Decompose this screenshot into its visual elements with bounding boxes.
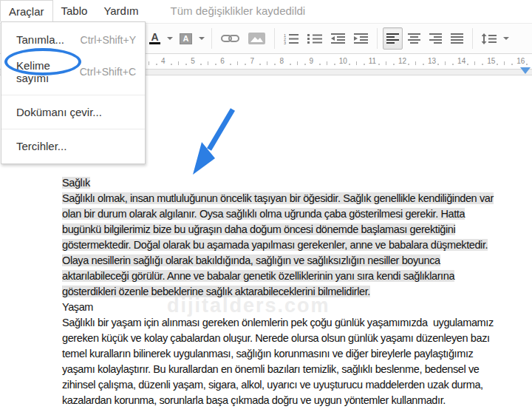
line-spacing-icon [482,33,497,44]
section-heading: Yaşam [62,300,528,315]
highlight-color-icon: A [180,33,192,44]
ruler-dot [349,64,350,65]
ruler-dot [230,64,231,65]
insert-image-button[interactable] [245,27,269,50]
ruler-dot [437,64,439,65]
line-spacing-button[interactable] [478,27,500,50]
menu-item[interactable]: Kelime sayımıCtrl+Shift+C [1,53,145,91]
ruler-number: 5 [191,57,195,65]
menu-bar: AraçlarTabloYardım Tüm değişiklikler kay… [0,0,532,21]
menu-item-shortcut: Ctrl+Shift+C [80,66,136,78]
ruler-number: 16 [516,57,525,65]
ruler-tick [237,61,238,65]
menu-item-shortcut: Ctrl+Shift+Y [81,34,136,46]
toolbar-separator [274,28,275,49]
justify-icon [451,33,463,44]
menubar-item-yardım[interactable]: Yardım [95,0,146,21]
document-text-area[interactable]: SağlıkSağlıklı olmak, insan mutluluğunun… [62,175,528,408]
ruler-dot [215,64,216,65]
text-line: Sağlıklı bir yaşam için alınması gereken… [62,315,528,331]
text-line: gösterdikleri özenle bebeklerine sağlık … [62,284,528,300]
ruler-tick [415,61,416,65]
increase-indent-button[interactable] [350,27,372,50]
decrease-indent-button[interactable] [327,27,349,50]
ruler-tick [445,61,446,65]
arrow-annotation [180,104,248,184]
svg-text:3: 3 [284,41,286,44]
numbered-list-button[interactable]: 1 2 3 [280,27,302,50]
line-text: Sağlıklı bir yaşam için alınması gereken… [62,317,494,328]
ruler-dot [156,64,157,65]
ruler-number: 12 [398,57,406,65]
heading-text: Yaşam [62,301,93,313]
text-line: olan bir durum olarak algılanır. Oysa sa… [62,206,528,222]
ruler-tick [474,61,475,65]
text-color-swatch [149,42,160,44]
text-line: göstermektedir. Doğal olarak bu aşamada … [62,237,528,253]
highlight-color-button[interactable]: A [176,27,196,50]
bulleted-list-button[interactable] [304,27,326,50]
toolbar-separator [472,28,473,49]
menubar-item-araçlar[interactable]: Araçlar [0,0,53,21]
menu-separator [1,95,145,95]
ruler-tick [504,61,505,65]
align-right-button[interactable] [426,27,446,50]
align-center-button[interactable] [404,27,424,50]
ruler-tick [327,61,327,65]
line-text: zihinsel çalışma, düzenli yaşam, sigara,… [62,379,483,391]
line-text: Olaya nesillerin sağlığı olarak bakıldığ… [62,254,440,266]
ruler-tick [208,61,208,65]
text-line: gereken küçük ve kolay çabalardan oluşur… [62,331,528,346]
ruler-dot [467,64,468,65]
ruler-dot [319,64,321,65]
ruler-dot [200,64,202,65]
ruler-number: 8 [280,57,284,65]
text-line: zihinsel çalışma, düzenli yaşam, sigara,… [62,377,528,393]
save-status-text: Tüm değişiklikler kaydedildi [171,4,306,17]
menu-separator [1,129,145,129]
ruler-dot [497,64,498,65]
toolbar-separator [211,28,212,49]
align-left-icon [386,33,399,44]
ruler-number: 9 [310,57,314,65]
highlight-color-dropdown-icon[interactable] [199,37,205,40]
text-color-letter: A [151,33,158,41]
ruler-dot [526,64,528,65]
ruler-dot [290,64,291,65]
line-text: temel kuralların bilinerek uygulanması, … [62,348,473,360]
ruler-number: 11 [369,57,376,65]
ruler-tick [178,61,179,65]
insert-link-button[interactable] [217,27,243,50]
ruler-number: 15 [487,57,495,65]
menubar-item-tablo[interactable]: Tablo [53,0,96,21]
ruler-dot [334,64,335,65]
ruler-dot [304,64,306,65]
menu-item[interactable]: Dokümanı çevir... [1,99,145,125]
line-text: kazalardan korunma, sorunlarla başa çıkm… [62,394,446,406]
ruler-dot [171,64,172,65]
section-heading: Sağlık [62,175,528,191]
ruler-dot [274,64,276,65]
toolbar-separator [377,28,378,49]
menu-item[interactable]: Tercihler... [1,133,145,159]
bulleted-list-icon [307,33,322,44]
line-text: yaşamı kolaylaştırır. Bu kurallardan en … [62,363,479,375]
ruler-tick [297,61,298,65]
ruler-tick [356,61,357,65]
text-line: aktarılabileceği görülür. Anne ve babala… [62,269,528,284]
ruler-tick [267,61,267,65]
ruler-number: 7 [250,57,254,65]
text-color-button[interactable]: A [146,27,164,50]
ruler-dot [364,64,365,65]
line-text: gösterdikleri özenle bebeklerine sağlık … [62,286,370,297]
right-margin-marker-icon[interactable] [520,67,531,74]
ruler-dot [185,64,187,65]
line-spacing-dropdown-icon[interactable] [503,37,509,40]
down-left-arrow-icon [180,104,248,181]
align-left-button[interactable] [383,27,403,50]
menu-item[interactable]: Tanımla...Ctrl+Shift+Y [1,27,145,53]
line-text: gereken küçük ve kolay çabalardan oluşur… [62,332,490,344]
ruler-dot [378,64,380,65]
text-color-dropdown-icon[interactable] [167,37,173,40]
justify-button[interactable] [447,27,467,50]
